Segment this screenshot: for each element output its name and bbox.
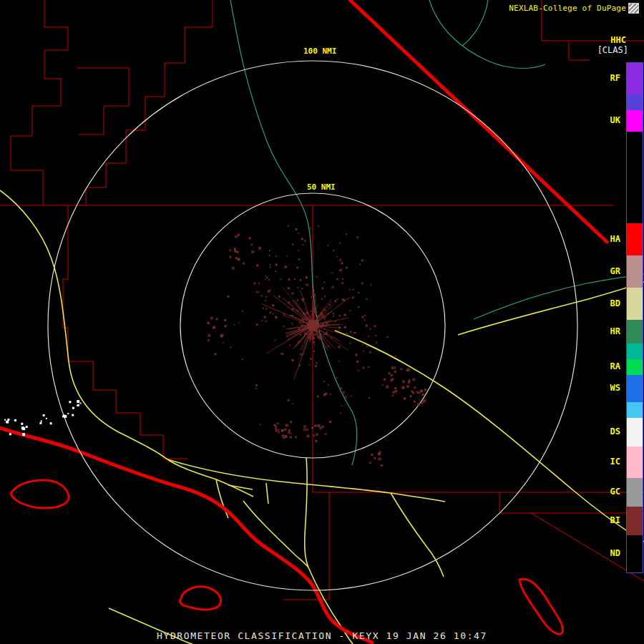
legend-segment-gc [627,478,643,507]
legend-segment-gr [627,255,643,288]
range-ring-label-50: 50 NMI [307,182,336,192]
brand-logo-icon [628,3,639,14]
radar-map [0,0,644,644]
legend-label-gc: GC [610,487,620,497]
legend-segment-nd [627,535,643,572]
legend-label-bi: BI [610,515,620,525]
legend-segment-uk [627,110,643,132]
legend-segment-bd [627,288,643,320]
product-code: HHC [610,35,626,45]
legend-segment-ic [627,447,643,478]
legend-segment-ra [627,359,643,375]
legend-label-uk: UK [610,115,620,125]
island-outline [519,579,562,634]
product-mode: [CLAS] [597,45,628,55]
legend-label-ic: IC [610,457,620,467]
legend-label-gr: GR [610,266,620,276]
coastline [0,428,372,643]
legend-segment [627,402,643,418]
legend-segment-bi [627,507,643,535]
legend-segment-ds [627,418,643,447]
brand-text: NEXLAB-College of DuPage [509,4,626,13]
legend-segment-rf [627,63,643,94]
legend-label-nd: ND [610,548,620,558]
radar-screen: 100 NMI 50 NMI NEXLAB-College of DuPage … [0,0,644,644]
legend-segment [627,343,643,359]
legend-label-ra: RA [610,361,620,371]
island-outline [11,480,69,508]
legend-segment [627,94,643,110]
highways-layer [0,190,644,644]
legend-label-rf: RF [610,73,620,83]
legend-label-bd: BD [610,298,620,308]
island-outline [180,587,221,610]
legend-label-hr: HR [610,326,620,336]
rivers-layer [230,0,644,465]
legend-segment-ha [627,223,643,255]
legend-label-ds: DS [610,426,620,436]
product-title: HYDROMETEOR CLASSIFICATION - KEYX 19 JAN… [0,630,644,641]
legend-label-ws: WS [610,383,620,393]
legend-segment-hr [627,320,643,343]
legend-segment-ws [627,375,643,402]
range-ring-label-100: 100 NMI [303,47,336,56]
legend-color-bar [626,62,643,573]
legend-label-ha: HA [610,234,620,244]
legend-segment [627,132,643,223]
